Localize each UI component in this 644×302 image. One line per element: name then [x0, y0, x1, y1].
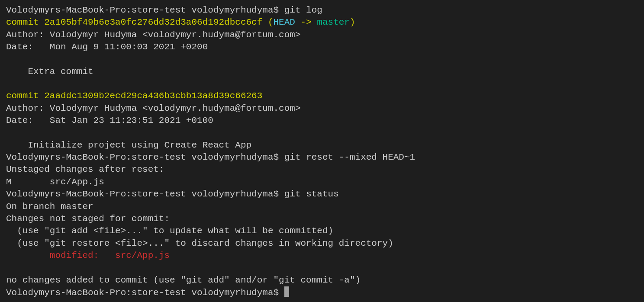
prompt-line: Volodymyrs-MacBook-Pro:store-test volody…	[6, 288, 284, 298]
output-line: On branch master	[6, 202, 93, 212]
output-line: (use "git add <file>..." to update what …	[6, 226, 333, 236]
output-line: Unstaged changes after reset:	[6, 164, 164, 174]
commit-line: commit 2a105bf49b6e3a0fc276dd32d3a06d192…	[6, 17, 355, 27]
date-line: Date: Mon Aug 9 11:00:03 2021 +0200	[6, 42, 208, 52]
output-line: M src/App.js	[6, 177, 104, 187]
cursor	[284, 286, 289, 297]
author-line: Author: Volodymyr Hudyma <volodymyr.hudy…	[6, 30, 301, 40]
prompt-line: Volodymyrs-MacBook-Pro:store-test volody…	[6, 152, 415, 162]
modified-line: modified: src/App.js	[6, 251, 170, 260]
commit-line: commit 2aaddc1309b2ecd29ca436b3cbb13a8d3…	[6, 91, 262, 101]
prompt-line: Volodymyrs-MacBook-Pro:store-test volody…	[6, 189, 339, 199]
prompt-line: Volodymyrs-MacBook-Pro:store-test volody…	[6, 5, 322, 15]
output-line: no changes added to commit (use "git add…	[6, 275, 361, 285]
commit-message: Extra commit	[6, 67, 93, 77]
commit-message: Initialize project using Create React Ap…	[6, 140, 251, 150]
date-line: Date: Sat Jan 23 11:23:51 2021 +0100	[6, 116, 213, 125]
author-line: Author: Volodymyr Hudyma <volodymyr.hudy…	[6, 103, 301, 113]
output-line: (use "git restore <file>..." to discard …	[6, 238, 393, 248]
output-line: Changes not staged for commit:	[6, 214, 170, 224]
terminal-output[interactable]: Volodymyrs-MacBook-Pro:store-test volody…	[6, 4, 638, 299]
